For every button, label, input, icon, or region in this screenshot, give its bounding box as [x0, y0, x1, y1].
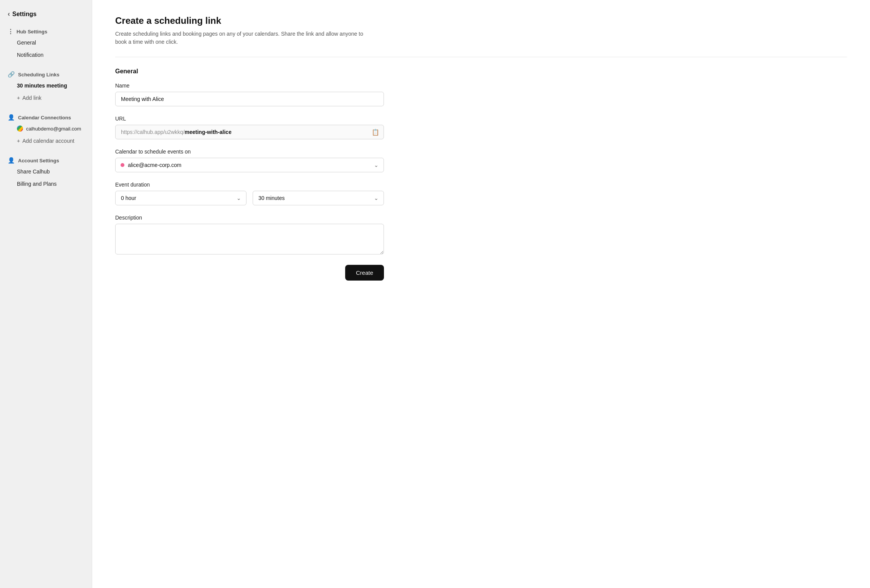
url-field-group: URL https://calhub.app/u2wkkq/meeting-wi… — [115, 116, 847, 139]
page-subtitle: Create scheduling links and booking page… — [115, 30, 365, 46]
url-prefix: https://calhub.app/u2wkkq/ — [121, 129, 185, 135]
calendar-account-item[interactable]: calhubdemo@gmail.com — [3, 123, 89, 134]
plus-icon: + — [17, 95, 20, 101]
url-label: URL — [115, 116, 847, 122]
url-slug: meeting-with-alice — [185, 129, 232, 135]
sidebar-item-billing-plans[interactable]: Billing and Plans — [3, 178, 89, 190]
calendar-select[interactable]: alice@acme-corp.com — [115, 158, 384, 172]
create-button[interactable]: Create — [345, 265, 384, 281]
copy-icon[interactable]: 📋 — [372, 129, 379, 136]
sidebar-item-30min-meeting[interactable]: 30 minutes meeting — [3, 80, 89, 91]
link-icon: 🔗 — [8, 71, 15, 78]
name-field-group: Name — [115, 83, 847, 106]
section-divider — [115, 57, 847, 57]
form-actions: Create — [115, 265, 384, 281]
page-title: Create a scheduling link — [115, 15, 847, 26]
sidebar: ‹ Settings ⋮ Hub Settings General Notifi… — [0, 0, 92, 588]
minutes-select[interactable]: 15 minutes 30 minutes 45 minutes 60 minu… — [253, 191, 384, 205]
hub-settings-icon: ⋮ — [8, 28, 13, 35]
main-content: Create a scheduling link Create scheduli… — [92, 0, 870, 588]
description-label: Description — [115, 215, 847, 221]
general-section-title: General — [115, 68, 847, 75]
plus-icon-calendar: + — [17, 138, 20, 144]
google-icon — [17, 126, 23, 132]
hub-settings-section: ⋮ Hub Settings — [0, 24, 92, 36]
minutes-select-wrapper: 15 minutes 30 minutes 45 minutes 60 minu… — [253, 191, 384, 205]
add-link-button[interactable]: + Add link — [3, 92, 89, 104]
sidebar-item-notification[interactable]: Notification — [3, 49, 89, 61]
calendar-field-group: Calendar to schedule events on alice@acm… — [115, 149, 847, 172]
account-icon: 👤 — [8, 157, 15, 164]
duration-field-group: Event duration 0 hour 1 hour 2 hours ⌄ 1… — [115, 182, 847, 205]
name-label: Name — [115, 83, 847, 89]
hours-select-wrapper: 0 hour 1 hour 2 hours ⌄ — [115, 191, 246, 205]
description-field-group: Description — [115, 215, 847, 256]
name-input[interactable] — [115, 92, 384, 106]
duration-label: Event duration — [115, 182, 847, 188]
back-button[interactable]: ‹ Settings — [0, 8, 92, 24]
calendar-connections-section: 👤 Calendar Connections — [0, 110, 92, 122]
hours-select[interactable]: 0 hour 1 hour 2 hours — [115, 191, 246, 205]
url-display: https://calhub.app/u2wkkq/meeting-with-a… — [115, 125, 384, 139]
account-settings-section: 👤 Account Settings — [0, 153, 92, 165]
sidebar-item-share-calhub[interactable]: Share Calhub — [3, 166, 89, 177]
add-calendar-account-button[interactable]: + Add calendar account — [3, 135, 89, 147]
duration-row: 0 hour 1 hour 2 hours ⌄ 15 minutes 30 mi… — [115, 191, 384, 205]
url-input-wrapper: https://calhub.app/u2wkkq/meeting-with-a… — [115, 125, 384, 139]
calendar-select-wrapper: alice@acme-corp.com ⌄ — [115, 158, 384, 172]
calendar-icon: 👤 — [8, 114, 15, 121]
scheduling-links-section: 🔗 Scheduling Links — [0, 67, 92, 79]
sidebar-item-general[interactable]: General — [3, 37, 89, 48]
calendar-label: Calendar to schedule events on — [115, 149, 847, 155]
settings-title: Settings — [12, 11, 36, 18]
description-textarea[interactable] — [115, 224, 384, 254]
back-arrow-icon: ‹ — [8, 10, 10, 18]
